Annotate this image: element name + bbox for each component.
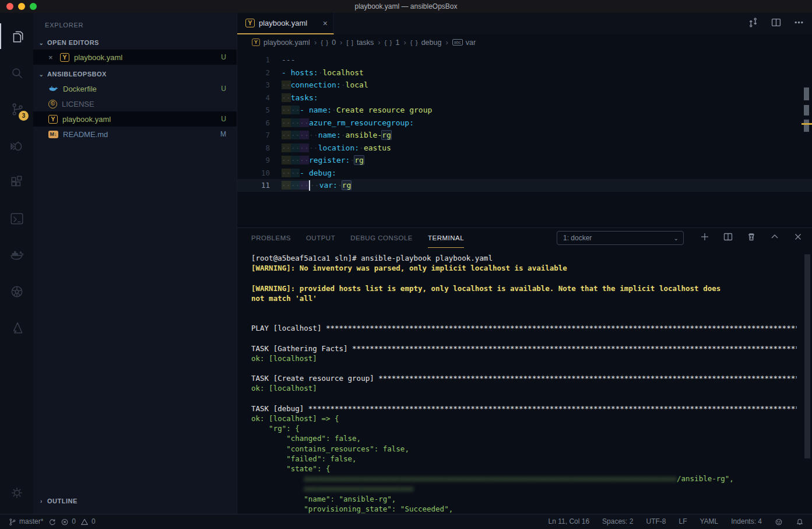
status-error[interactable]: 0 — [61, 517, 76, 526]
folder-header[interactable]: ⌄ ANSIBLEOPSBOX — [33, 67, 237, 81]
breadcrumb-label: debug — [421, 38, 442, 47]
close-editor-icon[interactable]: × — [48, 53, 57, 62]
status-indents-4[interactable]: Indents: 4 — [731, 517, 762, 526]
symbol-array-icon: [ ] — [346, 39, 354, 46]
breadcrumb-separator: › — [378, 38, 380, 47]
code-token: ·· — [282, 156, 291, 164]
breadcrumb-separator: › — [403, 38, 406, 47]
maximize-panel-icon[interactable] — [770, 232, 779, 244]
close-panel-icon[interactable] — [793, 232, 803, 244]
status-bell[interactable] — [796, 517, 804, 526]
status-sync[interactable] — [48, 517, 56, 526]
line-number: 9 — [237, 156, 270, 164]
terminal-line — [251, 314, 797, 324]
breadcrumb-item-tasks[interactable]: [ ]tasks — [346, 38, 374, 47]
yaml-file-icon: Y — [48, 115, 58, 124]
open-editors-header[interactable]: ⌄ OPEN EDITORS — [33, 36, 237, 50]
maximize-window-button[interactable] — [30, 3, 37, 10]
breadcrumb-separator: › — [445, 38, 448, 47]
terminal-text: TASK [debug] ***************************… — [251, 404, 797, 413]
code-token: rg — [342, 181, 351, 190]
terminal-output[interactable]: [root@a5beaf5a1ca1 sln]# ansible-playboo… — [251, 254, 797, 514]
terminal-line: TASK [debug] ***************************… — [251, 404, 797, 414]
markdown-file-icon: M↓ — [48, 131, 58, 138]
tab-playbook-yaml[interactable]: Y playbook.yaml × — [237, 13, 334, 34]
status-spaces-2[interactable]: Spaces: 2 — [602, 517, 633, 526]
open-changes-icon[interactable] — [748, 17, 758, 30]
status-smiley[interactable] — [775, 517, 783, 526]
new-terminal-icon[interactable] — [700, 232, 709, 244]
status-ln-11-col-16[interactable]: Ln 11, Col 16 — [549, 517, 590, 526]
yaml-file-icon: Y — [60, 53, 69, 62]
status-utf-8[interactable]: UTF-8 — [646, 517, 666, 526]
activity-azure-icon[interactable] — [0, 315, 33, 341]
code-token: hosts: — [291, 68, 318, 77]
breadcrumb-item-debug[interactable]: { }debug — [410, 38, 442, 47]
terminal-line — [251, 304, 797, 314]
line-number: 4 — [237, 93, 270, 102]
terminal-line: "name": "ansible-rg", — [251, 495, 797, 505]
tree-row-playbook-yaml[interactable]: Yplaybook.yamlU — [33, 111, 237, 127]
terminal-line: [WARNING]: No inventory was parsed, only… — [251, 264, 797, 274]
terminal-text: "rg": { — [251, 424, 300, 433]
activity-docker-icon[interactable] — [0, 242, 33, 268]
code-line-2: 2- hosts:·localhost — [237, 66, 812, 79]
activity-remote-terminal-icon[interactable] — [0, 206, 33, 232]
breadcrumb-item-1[interactable]: { }1 — [385, 38, 400, 47]
terminal-line: xxxxxxxxxxxxxxxxxxxxxxxxx — [251, 484, 797, 494]
code-token: name: — [318, 131, 341, 139]
breadcrumb-label: 1 — [395, 38, 399, 47]
tree-row-license[interactable]: ©LICENSE — [33, 96, 237, 111]
code-token: · — [332, 106, 336, 114]
tree-row-readme-md[interactable]: M↓README.mdM — [33, 127, 237, 142]
breadcrumb-item-var[interactable]: abcvar — [452, 38, 476, 47]
code-token: ·· — [300, 131, 309, 139]
vscode-window: playbook.yaml — ansibleOpsBox 3 EXPLORER… — [0, 0, 812, 529]
activity-search-icon[interactable] — [0, 60, 33, 86]
split-editor-icon[interactable] — [771, 17, 781, 30]
panel-tab-debug-console[interactable]: DEBUG CONSOLE — [350, 228, 413, 248]
panel-tab-problems[interactable]: PROBLEMS — [251, 228, 291, 248]
breadcrumb-item-playbook-yaml[interactable]: Yplaybook.yaml — [251, 38, 310, 47]
activity-kubernetes-icon[interactable] — [0, 279, 33, 304]
open-editor-row[interactable]: ×Yplaybook.yamlU — [33, 50, 237, 65]
terminal-line: "state": { — [251, 464, 797, 474]
status-bar: master*00 Ln 11, Col 16Spaces: 2UTF-8LFY… — [0, 514, 812, 529]
status-label: master* — [19, 517, 43, 526]
status-branch[interactable]: master* — [8, 517, 43, 526]
status-lf[interactable]: LF — [679, 517, 687, 526]
line-number: 11 — [237, 181, 270, 190]
close-window-button[interactable] — [6, 3, 13, 10]
status-yaml[interactable]: YAML — [699, 517, 718, 526]
outline-header[interactable]: › OUTLINE — [33, 494, 237, 508]
activity-source-control-icon[interactable]: 3 — [0, 96, 33, 122]
kill-terminal-icon[interactable] — [747, 232, 756, 244]
split-terminal-icon[interactable] — [723, 232, 733, 244]
terminal-line: not match 'all' — [251, 294, 797, 304]
status-branch-icon — [8, 517, 16, 526]
breadcrumb-label: playbook.yaml — [263, 38, 310, 47]
more-actions-icon[interactable] — [794, 17, 804, 30]
code-editor[interactable]: 1---2- hosts:·localhost3··connection:·lo… — [237, 50, 812, 227]
open-editors-label: OPEN EDITORS — [47, 39, 99, 46]
breadcrumb-item-0[interactable]: { }0 — [321, 38, 336, 47]
code-token: ·· — [282, 118, 291, 127]
terminal-scrollbar[interactable] — [804, 254, 810, 458]
activity-settings-gear-icon[interactable] — [0, 480, 33, 506]
panel-tab-terminal[interactable]: TERMINAL — [428, 228, 464, 248]
activity-extensions-icon[interactable] — [0, 169, 33, 195]
status-error-icon — [61, 517, 69, 526]
minimize-window-button[interactable] — [18, 3, 25, 10]
close-tab-icon[interactable]: × — [323, 19, 328, 28]
status-label: LF — [679, 517, 687, 526]
tree-row-dockerfile[interactable]: DockerfileU — [33, 81, 237, 96]
activity-explorer-icon[interactable] — [0, 23, 33, 49]
panel-tab-output[interactable]: OUTPUT — [306, 228, 335, 248]
code-token: ·· — [291, 181, 300, 190]
git-status-badge: U — [221, 115, 226, 123]
status-warning[interactable]: 0 — [80, 517, 96, 526]
terminal-select[interactable]: 1: docker ⌄ — [557, 231, 684, 245]
activity-run-debug-icon[interactable] — [0, 133, 33, 159]
symbol-object-icon: { } — [410, 39, 419, 46]
code-token: local — [346, 80, 368, 89]
